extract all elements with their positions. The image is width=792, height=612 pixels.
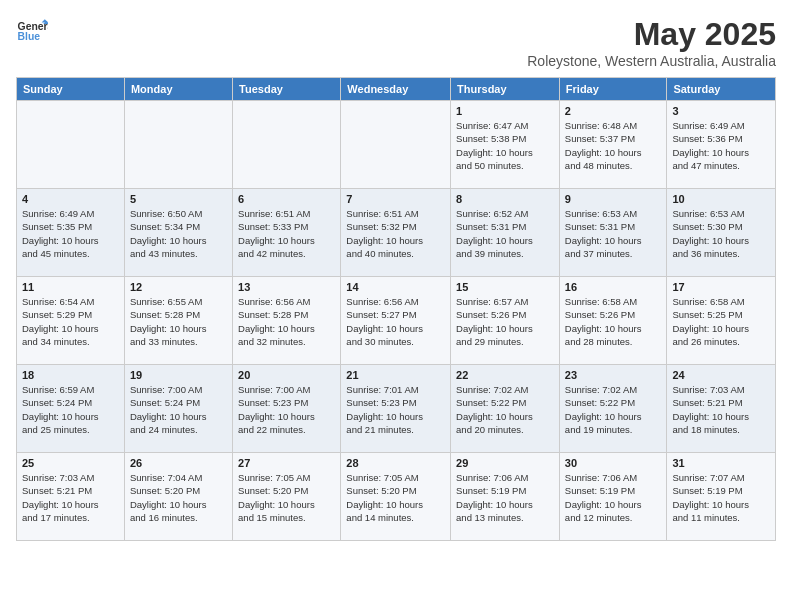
- day-number: 28: [346, 457, 445, 469]
- calendar-week-2: 4Sunrise: 6:49 AM Sunset: 5:35 PM Daylig…: [17, 189, 776, 277]
- logo: General Blue: [16, 16, 48, 48]
- day-info: Sunrise: 6:58 AM Sunset: 5:26 PM Dayligh…: [565, 295, 662, 348]
- calendar-subtitle: Roleystone, Western Australia, Australia: [527, 53, 776, 69]
- calendar-cell: 5Sunrise: 6:50 AM Sunset: 5:34 PM Daylig…: [124, 189, 232, 277]
- day-info: Sunrise: 7:07 AM Sunset: 5:19 PM Dayligh…: [672, 471, 770, 524]
- calendar-cell: 7Sunrise: 6:51 AM Sunset: 5:32 PM Daylig…: [341, 189, 451, 277]
- day-number: 19: [130, 369, 227, 381]
- day-number: 1: [456, 105, 554, 117]
- day-info: Sunrise: 6:58 AM Sunset: 5:25 PM Dayligh…: [672, 295, 770, 348]
- calendar-week-3: 11Sunrise: 6:54 AM Sunset: 5:29 PM Dayli…: [17, 277, 776, 365]
- calendar-header: Sunday Monday Tuesday Wednesday Thursday…: [17, 78, 776, 101]
- calendar-title: May 2025: [527, 16, 776, 53]
- calendar-cell: 28Sunrise: 7:05 AM Sunset: 5:20 PM Dayli…: [341, 453, 451, 541]
- calendar-week-5: 25Sunrise: 7:03 AM Sunset: 5:21 PM Dayli…: [17, 453, 776, 541]
- day-info: Sunrise: 6:59 AM Sunset: 5:24 PM Dayligh…: [22, 383, 119, 436]
- day-number: 31: [672, 457, 770, 469]
- day-info: Sunrise: 6:55 AM Sunset: 5:28 PM Dayligh…: [130, 295, 227, 348]
- day-number: 10: [672, 193, 770, 205]
- calendar-week-4: 18Sunrise: 6:59 AM Sunset: 5:24 PM Dayli…: [17, 365, 776, 453]
- calendar-cell: 10Sunrise: 6:53 AM Sunset: 5:30 PM Dayli…: [667, 189, 776, 277]
- calendar-cell: 22Sunrise: 7:02 AM Sunset: 5:22 PM Dayli…: [451, 365, 560, 453]
- day-info: Sunrise: 6:49 AM Sunset: 5:35 PM Dayligh…: [22, 207, 119, 260]
- col-sunday: Sunday: [17, 78, 125, 101]
- day-number: 6: [238, 193, 335, 205]
- calendar-cell: 25Sunrise: 7:03 AM Sunset: 5:21 PM Dayli…: [17, 453, 125, 541]
- col-saturday: Saturday: [667, 78, 776, 101]
- calendar-cell: 31Sunrise: 7:07 AM Sunset: 5:19 PM Dayli…: [667, 453, 776, 541]
- day-number: 13: [238, 281, 335, 293]
- day-number: 15: [456, 281, 554, 293]
- calendar-cell: 4Sunrise: 6:49 AM Sunset: 5:35 PM Daylig…: [17, 189, 125, 277]
- day-info: Sunrise: 7:06 AM Sunset: 5:19 PM Dayligh…: [456, 471, 554, 524]
- day-number: 21: [346, 369, 445, 381]
- calendar-cell: 3Sunrise: 6:49 AM Sunset: 5:36 PM Daylig…: [667, 101, 776, 189]
- day-info: Sunrise: 7:03 AM Sunset: 5:21 PM Dayligh…: [672, 383, 770, 436]
- calendar-table: Sunday Monday Tuesday Wednesday Thursday…: [16, 77, 776, 541]
- title-area: May 2025 Roleystone, Western Australia, …: [527, 16, 776, 69]
- calendar-cell: 11Sunrise: 6:54 AM Sunset: 5:29 PM Dayli…: [17, 277, 125, 365]
- day-info: Sunrise: 7:05 AM Sunset: 5:20 PM Dayligh…: [238, 471, 335, 524]
- day-number: 5: [130, 193, 227, 205]
- calendar-cell: 16Sunrise: 6:58 AM Sunset: 5:26 PM Dayli…: [559, 277, 667, 365]
- col-friday: Friday: [559, 78, 667, 101]
- day-info: Sunrise: 6:51 AM Sunset: 5:33 PM Dayligh…: [238, 207, 335, 260]
- day-number: 23: [565, 369, 662, 381]
- day-info: Sunrise: 6:48 AM Sunset: 5:37 PM Dayligh…: [565, 119, 662, 172]
- calendar-cell: 21Sunrise: 7:01 AM Sunset: 5:23 PM Dayli…: [341, 365, 451, 453]
- calendar-cell: 27Sunrise: 7:05 AM Sunset: 5:20 PM Dayli…: [233, 453, 341, 541]
- day-info: Sunrise: 7:02 AM Sunset: 5:22 PM Dayligh…: [456, 383, 554, 436]
- col-monday: Monday: [124, 78, 232, 101]
- day-info: Sunrise: 7:02 AM Sunset: 5:22 PM Dayligh…: [565, 383, 662, 436]
- calendar-cell: 24Sunrise: 7:03 AM Sunset: 5:21 PM Dayli…: [667, 365, 776, 453]
- calendar-cell: [341, 101, 451, 189]
- day-info: Sunrise: 6:56 AM Sunset: 5:28 PM Dayligh…: [238, 295, 335, 348]
- day-info: Sunrise: 6:57 AM Sunset: 5:26 PM Dayligh…: [456, 295, 554, 348]
- day-info: Sunrise: 6:56 AM Sunset: 5:27 PM Dayligh…: [346, 295, 445, 348]
- header: General Blue May 2025 Roleystone, Wester…: [16, 16, 776, 69]
- day-number: 9: [565, 193, 662, 205]
- day-number: 8: [456, 193, 554, 205]
- calendar-cell: [17, 101, 125, 189]
- day-number: 20: [238, 369, 335, 381]
- col-thursday: Thursday: [451, 78, 560, 101]
- day-info: Sunrise: 6:49 AM Sunset: 5:36 PM Dayligh…: [672, 119, 770, 172]
- calendar-cell: 15Sunrise: 6:57 AM Sunset: 5:26 PM Dayli…: [451, 277, 560, 365]
- day-number: 17: [672, 281, 770, 293]
- day-number: 11: [22, 281, 119, 293]
- day-number: 22: [456, 369, 554, 381]
- day-number: 7: [346, 193, 445, 205]
- calendar-cell: 20Sunrise: 7:00 AM Sunset: 5:23 PM Dayli…: [233, 365, 341, 453]
- calendar-cell: 29Sunrise: 7:06 AM Sunset: 5:19 PM Dayli…: [451, 453, 560, 541]
- day-number: 27: [238, 457, 335, 469]
- day-info: Sunrise: 6:54 AM Sunset: 5:29 PM Dayligh…: [22, 295, 119, 348]
- day-info: Sunrise: 6:47 AM Sunset: 5:38 PM Dayligh…: [456, 119, 554, 172]
- calendar-cell: 18Sunrise: 6:59 AM Sunset: 5:24 PM Dayli…: [17, 365, 125, 453]
- day-number: 12: [130, 281, 227, 293]
- calendar-cell: 13Sunrise: 6:56 AM Sunset: 5:28 PM Dayli…: [233, 277, 341, 365]
- day-number: 18: [22, 369, 119, 381]
- calendar-cell: 30Sunrise: 7:06 AM Sunset: 5:19 PM Dayli…: [559, 453, 667, 541]
- calendar-cell: 23Sunrise: 7:02 AM Sunset: 5:22 PM Dayli…: [559, 365, 667, 453]
- day-info: Sunrise: 6:53 AM Sunset: 5:30 PM Dayligh…: [672, 207, 770, 260]
- calendar-cell: 6Sunrise: 6:51 AM Sunset: 5:33 PM Daylig…: [233, 189, 341, 277]
- calendar-week-1: 1Sunrise: 6:47 AM Sunset: 5:38 PM Daylig…: [17, 101, 776, 189]
- day-info: Sunrise: 6:51 AM Sunset: 5:32 PM Dayligh…: [346, 207, 445, 260]
- day-info: Sunrise: 6:53 AM Sunset: 5:31 PM Dayligh…: [565, 207, 662, 260]
- calendar-cell: 19Sunrise: 7:00 AM Sunset: 5:24 PM Dayli…: [124, 365, 232, 453]
- calendar-cell: 12Sunrise: 6:55 AM Sunset: 5:28 PM Dayli…: [124, 277, 232, 365]
- logo-icon: General Blue: [16, 16, 48, 48]
- day-info: Sunrise: 7:00 AM Sunset: 5:23 PM Dayligh…: [238, 383, 335, 436]
- day-number: 29: [456, 457, 554, 469]
- day-number: 3: [672, 105, 770, 117]
- svg-text:Blue: Blue: [18, 31, 41, 42]
- day-number: 2: [565, 105, 662, 117]
- day-info: Sunrise: 7:04 AM Sunset: 5:20 PM Dayligh…: [130, 471, 227, 524]
- calendar-body: 1Sunrise: 6:47 AM Sunset: 5:38 PM Daylig…: [17, 101, 776, 541]
- day-info: Sunrise: 7:06 AM Sunset: 5:19 PM Dayligh…: [565, 471, 662, 524]
- calendar-cell: 1Sunrise: 6:47 AM Sunset: 5:38 PM Daylig…: [451, 101, 560, 189]
- day-info: Sunrise: 6:52 AM Sunset: 5:31 PM Dayligh…: [456, 207, 554, 260]
- calendar-cell: 8Sunrise: 6:52 AM Sunset: 5:31 PM Daylig…: [451, 189, 560, 277]
- calendar-cell: [233, 101, 341, 189]
- day-number: 26: [130, 457, 227, 469]
